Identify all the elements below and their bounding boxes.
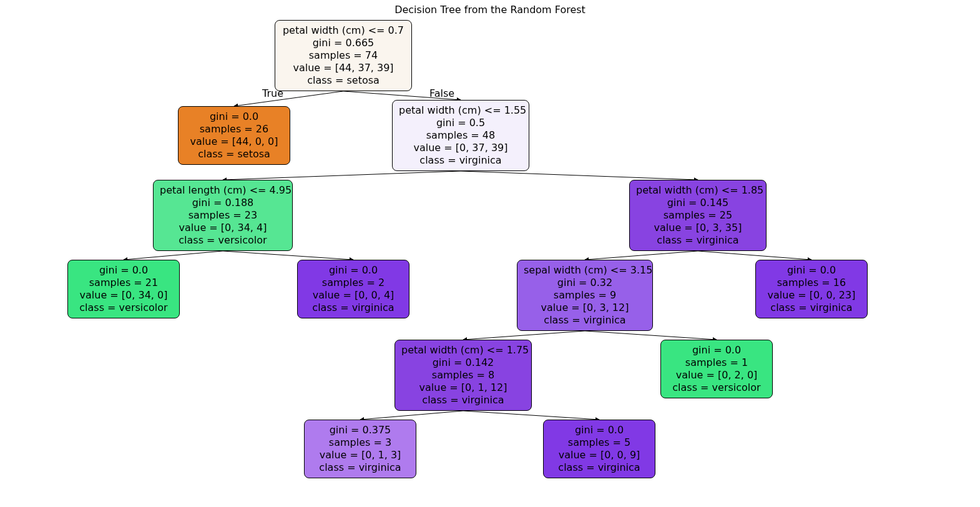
node-criterion: petal width (cm) <= 0.7 [282, 24, 405, 37]
node-criterion: petal length (cm) <= 4.95 [160, 184, 286, 197]
node-value: value = [0, 1, 3] [311, 449, 409, 461]
tree-node-leaf-virginica: gini = 0.375 samples = 3 value = [0, 1, … [304, 420, 416, 478]
node-gini: gini = 0.145 [636, 197, 760, 209]
canvas: Decision Tree from the Random Forest Tru… [0, 0, 980, 507]
tree-node-leaf-setosa: gini = 0.0 samples = 26 value = [44, 0, … [178, 106, 290, 165]
node-class: class = virginica [524, 314, 646, 327]
svg-line-11 [463, 411, 599, 420]
node-class: class = virginica [311, 461, 409, 474]
svg-line-8 [463, 331, 585, 340]
node-class: class = virginica [550, 461, 649, 474]
node-criterion: petal width (cm) <= 1.55 [399, 104, 522, 117]
svg-line-2 [223, 171, 461, 180]
node-gini: gini = 0.0 [762, 264, 861, 277]
node-gini: gini = 0.0 [550, 424, 649, 436]
tree-node: petal width (cm) <= 1.55 gini = 0.5 samp… [392, 100, 529, 171]
node-gini: gini = 0.0 [74, 264, 173, 277]
node-samples: samples = 3 [311, 436, 409, 449]
svg-line-5 [223, 251, 353, 260]
tree-node-root: petal width (cm) <= 0.7 gini = 0.665 sam… [275, 20, 412, 91]
node-samples: samples = 8 [401, 369, 525, 381]
node-value: value = [0, 0, 9] [550, 449, 649, 461]
node-class: class = setosa [282, 74, 405, 87]
node-samples: samples = 48 [399, 129, 522, 142]
node-gini: gini = 0.665 [282, 37, 405, 49]
node-class: class = versicolor [160, 234, 286, 247]
svg-line-4 [124, 251, 223, 260]
node-samples: samples = 9 [524, 289, 646, 302]
node-value: value = [0, 3, 35] [636, 222, 760, 234]
node-gini: gini = 0.375 [311, 424, 409, 436]
node-samples: samples = 74 [282, 49, 405, 62]
node-class: class = virginica [401, 394, 525, 406]
node-value: value = [0, 1, 12] [401, 381, 525, 394]
edge-label-false: False [429, 87, 454, 99]
node-value: value = [44, 0, 0] [185, 135, 283, 148]
node-class: class = versicolor [667, 381, 766, 394]
node-samples: samples = 21 [74, 277, 173, 289]
node-gini: gini = 0.0 [304, 264, 403, 277]
node-value: value = [44, 37, 39] [282, 62, 405, 74]
tree-node-leaf-versicolor: gini = 0.0 samples = 21 value = [0, 34, … [67, 260, 180, 318]
chart-title: Decision Tree from the Random Forest [0, 4, 980, 16]
node-value: value = [0, 0, 23] [762, 289, 861, 302]
tree-node: sepal width (cm) <= 3.15 gini = 0.32 sam… [517, 260, 653, 331]
node-value: value = [0, 0, 4] [304, 289, 403, 302]
node-criterion: sepal width (cm) <= 3.15 [524, 264, 646, 277]
node-gini: gini = 0.0 [185, 111, 283, 123]
node-gini: gini = 0.142 [401, 357, 525, 369]
tree-node-leaf-virginica: gini = 0.0 samples = 2 value = [0, 0, 4]… [297, 260, 409, 318]
svg-line-6 [585, 251, 698, 260]
node-samples: samples = 2 [304, 277, 403, 289]
node-samples: samples = 23 [160, 209, 286, 222]
node-value: value = [0, 37, 39] [399, 142, 522, 154]
tree-node: petal width (cm) <= 1.75 gini = 0.142 sa… [394, 340, 532, 411]
node-criterion: petal width (cm) <= 1.75 [401, 344, 525, 357]
tree-node: petal width (cm) <= 1.85 gini = 0.145 sa… [629, 180, 767, 251]
node-criterion: petal width (cm) <= 1.85 [636, 184, 760, 197]
node-value: value = [0, 3, 12] [524, 302, 646, 314]
node-samples: samples = 5 [550, 436, 649, 449]
svg-line-9 [585, 331, 717, 340]
node-samples: samples = 1 [667, 357, 766, 369]
svg-line-7 [698, 251, 811, 260]
node-class: class = virginica [399, 154, 522, 167]
node-value: value = [0, 34, 4] [160, 222, 286, 234]
tree-node-leaf-virginica: gini = 0.0 samples = 5 value = [0, 0, 9]… [543, 420, 655, 478]
node-samples: samples = 16 [762, 277, 861, 289]
node-class: class = virginica [762, 302, 861, 314]
tree-node-leaf-versicolor: gini = 0.0 samples = 1 value = [0, 2, 0]… [660, 340, 773, 398]
node-gini: gini = 0.32 [524, 277, 646, 289]
node-gini: gini = 0.5 [399, 117, 522, 129]
tree-node-leaf-virginica: gini = 0.0 samples = 16 value = [0, 0, 2… [755, 260, 868, 318]
edges-svg [0, 0, 980, 507]
node-class: class = setosa [185, 148, 283, 160]
tree-node: petal length (cm) <= 4.95 gini = 0.188 s… [153, 180, 293, 251]
node-class: class = versicolor [74, 302, 173, 314]
node-gini: gini = 0.0 [667, 344, 766, 357]
svg-line-3 [461, 171, 698, 180]
svg-line-10 [360, 411, 463, 420]
node-class: class = virginica [304, 302, 403, 314]
node-samples: samples = 26 [185, 123, 283, 135]
svg-line-0 [234, 91, 343, 106]
node-value: value = [0, 34, 0] [74, 289, 173, 302]
node-class: class = virginica [636, 234, 760, 247]
node-value: value = [0, 2, 0] [667, 369, 766, 381]
node-samples: samples = 25 [636, 209, 760, 222]
node-gini: gini = 0.188 [160, 197, 286, 209]
